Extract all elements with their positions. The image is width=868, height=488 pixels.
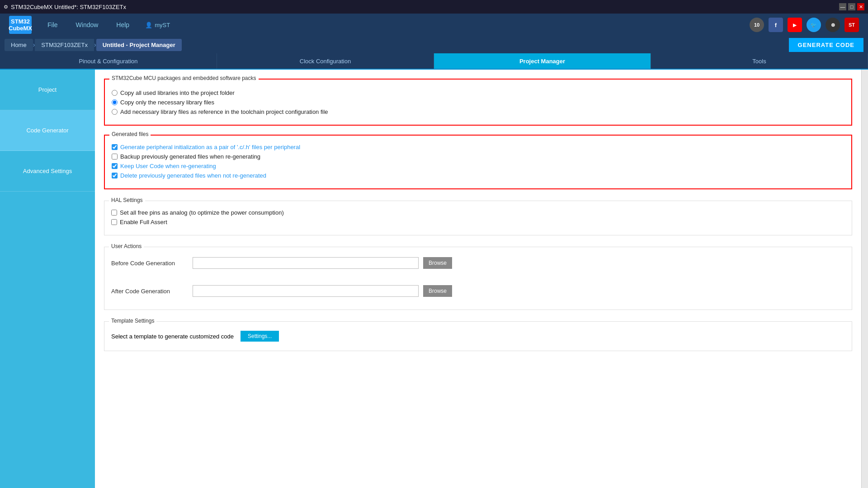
generated-files-content: Generate peripheral initialization as a … [112, 144, 844, 179]
menu-bar: STM32 CubeMX File Window Help 👤 myST 10 … [0, 14, 868, 36]
check-delete-previously[interactable] [112, 173, 118, 178]
before-code-label: Before Code Generation [111, 260, 188, 267]
title-bar: ⚙ STM32CubeMX Untitled*: STM32F103ZETx —… [0, 0, 868, 14]
before-code-input[interactable] [193, 257, 419, 269]
template-settings-section: Template Settings Select a template to g… [104, 321, 852, 351]
check-row-full-assert: Enable Full Assert [111, 219, 845, 225]
after-code-label: After Code Generation [111, 288, 188, 295]
icon-twitter[interactable]: 🐦 [807, 18, 821, 32]
app-icon: ⚙ [4, 4, 8, 10]
check-row-backup: Backup previously generated files when r… [112, 153, 844, 160]
breadcrumb-chip[interactable]: STM32F103ZETx [35, 39, 94, 51]
after-code-row: After Code Generation Browse [111, 285, 845, 297]
icon-github[interactable]: ⊗ [826, 18, 840, 32]
icon-10[interactable]: 10 [750, 18, 764, 32]
radio-copy-necessary[interactable] [112, 99, 118, 105]
minimize-button[interactable]: — [839, 3, 846, 10]
check-row-free-pins: Set all free pins as analog (to optimize… [111, 209, 845, 216]
breadcrumb-home[interactable]: Home [5, 39, 33, 51]
breadcrumb-nav: Home › STM32F103ZETx › Untitled - Projec… [0, 36, 868, 53]
tab-project-manager[interactable]: Project Manager [434, 53, 651, 69]
radio-add-reference[interactable] [112, 109, 118, 115]
tab-pinout[interactable]: Pinout & Configuration [0, 53, 217, 69]
logo-area: STM32 CubeMX [9, 16, 32, 34]
hal-settings-content: Set all free pins as analog (to optimize… [111, 209, 845, 225]
icon-youtube[interactable]: ▶ [788, 18, 802, 32]
template-row: Select a template to generate customized… [111, 331, 845, 342]
before-code-row: Before Code Generation Browse [111, 257, 845, 269]
after-code-input[interactable] [193, 285, 419, 297]
tab-bar: Pinout & Configuration Clock Configurati… [0, 53, 868, 70]
breadcrumb-arrow-2: › [94, 41, 96, 48]
after-code-browse-button[interactable]: Browse [423, 285, 452, 297]
check-backup[interactable] [112, 154, 118, 160]
app-logo: STM32 CubeMX [9, 16, 32, 34]
check-row-delete-previously: Delete previously generated files when n… [112, 172, 844, 179]
mcu-packages-section: STM32Cube MCU packages and embedded soft… [104, 79, 852, 126]
radio-row-copy-necessary: Copy only the necessary library files [112, 99, 844, 106]
social-icons: 10 f ▶ 🐦 ⊗ ST [750, 18, 859, 32]
generated-files-section: Generated files Generate peripheral init… [104, 135, 852, 189]
close-button[interactable]: ✕ [857, 3, 864, 10]
sidebar: Project Code Generator Advanced Settings [0, 70, 95, 488]
menu-help[interactable]: Help [114, 19, 132, 31]
hal-settings-title: HAL Settings [109, 197, 145, 203]
template-description: Select a template to generate customized… [111, 333, 234, 340]
template-settings-title: Template Settings [109, 318, 156, 324]
check-row-peripheral-init: Generate peripheral initialization as a … [112, 144, 844, 150]
main-layout: Project Code Generator Advanced Settings… [0, 70, 868, 488]
mcu-packages-title: STM32Cube MCU packages and embedded soft… [109, 75, 259, 81]
tab-clock[interactable]: Clock Configuration [217, 53, 434, 69]
radio-row-add-reference: Add necessary library files as reference… [112, 108, 844, 115]
maximize-button[interactable]: □ [848, 3, 855, 10]
menu-window[interactable]: Window [74, 19, 101, 31]
mcu-packages-content: Copy all used libraries into the project… [112, 89, 844, 115]
icon-st[interactable]: ST [844, 18, 859, 32]
user-actions-content: Before Code Generation Browse After Code… [111, 257, 845, 297]
menu-items: File Window Help 👤 myST [45, 19, 750, 31]
check-free-pins[interactable] [111, 210, 117, 216]
user-actions-title: User Actions [109, 243, 144, 249]
content-area: STM32Cube MCU packages and embedded soft… [95, 70, 861, 488]
check-full-assert[interactable] [111, 219, 117, 225]
tab-tools[interactable]: Tools [651, 53, 868, 69]
title-bar-text: STM32CubeMX Untitled*: STM32F103ZETx [11, 4, 126, 10]
hal-settings-section: HAL Settings Set all free pins as analog… [104, 201, 852, 235]
sidebar-item-advanced-settings[interactable]: Advanced Settings [0, 151, 95, 192]
generated-files-title: Generated files [109, 131, 151, 137]
check-keep-user-code[interactable] [112, 163, 118, 169]
myst-button[interactable]: 👤 myST [145, 19, 170, 31]
user-actions-section: User Actions Before Code Generation Brow… [104, 247, 852, 310]
sidebar-item-project[interactable]: Project [0, 70, 95, 110]
right-scrollbar[interactable] [861, 70, 868, 488]
check-row-keep-user-code: Keep User Code when re-generating [112, 163, 844, 169]
sidebar-item-code-generator[interactable]: Code Generator [0, 110, 95, 151]
before-code-browse-button[interactable]: Browse [423, 257, 452, 269]
radio-row-copy-all: Copy all used libraries into the project… [112, 89, 844, 96]
generate-code-button[interactable]: GENERATE CODE [789, 38, 863, 52]
check-peripheral-init[interactable] [112, 144, 118, 150]
icon-facebook[interactable]: f [769, 18, 783, 32]
breadcrumb-active[interactable]: Untitled - Project Manager [96, 39, 182, 51]
template-settings-button[interactable]: Settings... [241, 331, 279, 342]
menu-file[interactable]: File [45, 19, 60, 31]
radio-copy-all[interactable] [112, 90, 118, 96]
